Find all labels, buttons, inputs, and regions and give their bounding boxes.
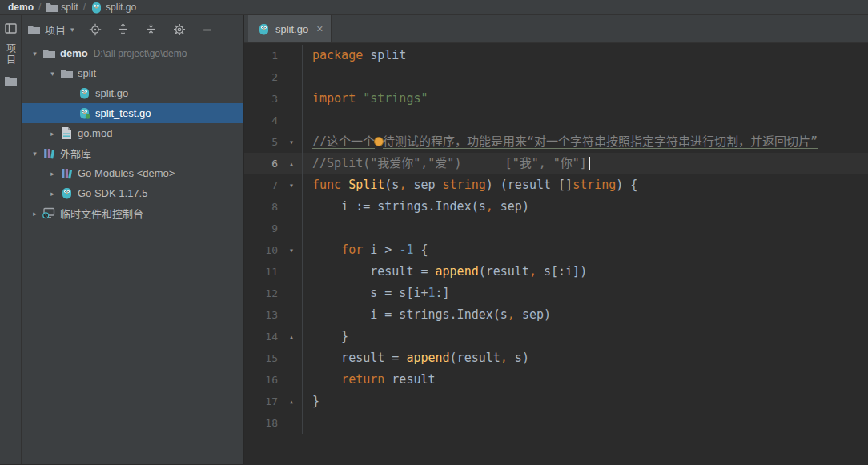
code-line-2[interactable]: 2 bbox=[244, 66, 868, 88]
tree-item-split.go[interactable]: split.go bbox=[22, 83, 243, 103]
code-segment: split bbox=[363, 48, 406, 62]
code-segment: s) bbox=[508, 351, 529, 365]
expand-all-button[interactable] bbox=[116, 22, 131, 37]
collapse-all-button[interactable] bbox=[144, 22, 159, 37]
tree-item-split[interactable]: ▾split bbox=[22, 63, 243, 83]
line-number[interactable]: 6 bbox=[244, 153, 281, 174]
line-number[interactable]: 5 bbox=[244, 131, 281, 153]
tree-item-label: split bbox=[78, 67, 96, 79]
breadcrumb: demo / split / split.go bbox=[0, 0, 868, 15]
fold-marker-icon[interactable]: ▾ bbox=[281, 131, 302, 153]
project-tool-window-button[interactable] bbox=[2, 19, 19, 37]
close-icon[interactable]: × bbox=[316, 23, 323, 34]
chevron-down-icon[interactable]: ▾ bbox=[46, 70, 59, 78]
tab-split-go[interactable]: split.go × bbox=[248, 15, 332, 42]
code-line-4[interactable]: 4 bbox=[244, 110, 868, 131]
line-number[interactable]: 15 bbox=[244, 347, 281, 369]
tree-item-demo[interactable]: ▾demoD:\all project\go\demo bbox=[22, 43, 243, 63]
tree-item-label: go.mod bbox=[78, 127, 112, 139]
code-segment: package bbox=[312, 48, 363, 62]
line-number[interactable]: 11 bbox=[244, 261, 281, 283]
tab-label: split.go bbox=[275, 23, 308, 35]
code-segment: string bbox=[573, 178, 616, 192]
tree-item-label: 外部库 bbox=[60, 146, 91, 161]
code-line-14[interactable]: 14▴ } bbox=[244, 326, 868, 347]
tree-item-split_test.go[interactable]: split_test.go bbox=[22, 103, 243, 123]
line-number[interactable]: 3 bbox=[244, 88, 281, 110]
code-editor[interactable]: 1package split23import "strings"45▾//这个一… bbox=[244, 43, 868, 464]
fold-marker-icon[interactable]: ▾ bbox=[281, 239, 302, 261]
line-number[interactable]: 17 bbox=[244, 391, 281, 412]
line-number[interactable]: 4 bbox=[244, 110, 281, 131]
code-line-11[interactable]: 11 result = append(result, s[:i]) bbox=[244, 261, 868, 283]
code-line-3[interactable]: 3import "strings" bbox=[244, 88, 868, 110]
code-line-10[interactable]: 10▾ for i > -1 { bbox=[244, 239, 868, 261]
locate-file-button[interactable] bbox=[88, 22, 102, 37]
chevron-right-icon[interactable]: ▸ bbox=[46, 170, 59, 178]
code-line-9[interactable]: 9 bbox=[244, 218, 868, 239]
code-segment: //这个一个 bbox=[312, 134, 375, 149]
code-segment: for bbox=[341, 243, 363, 257]
line-number[interactable]: 13 bbox=[244, 304, 281, 326]
code-line-16[interactable]: 16 return result bbox=[244, 369, 868, 391]
code-line-15[interactable]: 15 result = append(result, s) bbox=[244, 347, 868, 369]
breadcrumb-item-demo[interactable]: demo bbox=[8, 2, 34, 13]
fold-marker-icon[interactable]: ▴ bbox=[281, 153, 302, 174]
line-number[interactable]: 2 bbox=[244, 66, 281, 88]
line-number[interactable]: 14 bbox=[244, 326, 281, 347]
chevron-down-icon[interactable]: ▾ bbox=[28, 50, 42, 58]
project-view-selector-label: 项目 bbox=[45, 22, 66, 37]
chevron-right-icon[interactable]: ▸ bbox=[28, 210, 42, 218]
project-view-selector[interactable]: 项目 ▾ bbox=[28, 22, 74, 37]
line-number[interactable]: 7 bbox=[244, 174, 281, 196]
fold-marker-icon[interactable]: ▾ bbox=[281, 174, 302, 196]
line-number[interactable]: 18 bbox=[244, 412, 281, 434]
code-line-18[interactable]: 18 bbox=[244, 412, 868, 434]
code-text: } bbox=[302, 391, 868, 412]
code-line-5[interactable]: 5▾//这个一个待测试的程序，功能是用来“对一个字符串按照指定字符串进行切割，并… bbox=[244, 131, 868, 153]
go-file-icon bbox=[90, 2, 102, 14]
line-number[interactable]: 9 bbox=[244, 218, 281, 239]
line-number[interactable]: 1 bbox=[244, 45, 281, 66]
line-number[interactable]: 10 bbox=[244, 239, 281, 261]
code-segment: "strings" bbox=[363, 91, 428, 106]
chevron-right-icon[interactable]: ▸ bbox=[46, 130, 59, 138]
line-number[interactable]: 16 bbox=[244, 369, 281, 391]
hide-panel-button[interactable] bbox=[200, 22, 215, 37]
code-line-7[interactable]: 7▾func Split(s, sep string) (result []st… bbox=[244, 174, 868, 196]
code-line-6[interactable]: 6▴//Split("我爱你","爱") ["我", "你"] bbox=[244, 153, 868, 174]
tree-item--[interactable]: ▸临时文件和控制台 bbox=[22, 203, 243, 223]
chevron-right-icon[interactable]: ▸ bbox=[46, 190, 59, 198]
code-line-17[interactable]: 17▴} bbox=[244, 391, 868, 412]
folder-icon bbox=[28, 25, 40, 34]
code-segment: s = s[i+ bbox=[312, 286, 428, 300]
code-segment: i = strings.Index(s bbox=[312, 307, 508, 322]
code-line-1[interactable]: 1package split bbox=[244, 45, 868, 66]
fold-marker-icon[interactable]: ▴ bbox=[281, 326, 302, 347]
bookmarks-tool-window-button[interactable] bbox=[2, 72, 19, 90]
breadcrumb-separator: / bbox=[38, 2, 41, 13]
code-segment: sep) bbox=[493, 199, 529, 214]
code-line-13[interactable]: 13 i = strings.Index(s, sep) bbox=[244, 304, 868, 326]
fold-gutter bbox=[281, 196, 302, 218]
tree-item-go.mod[interactable]: ▸go.mod bbox=[22, 123, 243, 143]
tree-item-go-sdk-1.17.5[interactable]: ▸Go SDK 1.17.5 bbox=[22, 183, 243, 203]
library-icon bbox=[59, 167, 74, 179]
line-number[interactable]: 12 bbox=[244, 283, 281, 304]
breadcrumb-item-split-go[interactable]: split.go bbox=[90, 2, 136, 14]
code-segment: , bbox=[486, 199, 493, 214]
breadcrumb-item-split[interactable]: split bbox=[46, 2, 78, 13]
fold-gutter bbox=[281, 347, 302, 369]
code-line-8[interactable]: 8 i := strings.Index(s, sep) bbox=[244, 196, 868, 218]
settings-button[interactable] bbox=[172, 22, 187, 37]
code-segment: return bbox=[341, 372, 384, 387]
tree-item--[interactable]: ▾外部库 bbox=[22, 143, 243, 163]
fold-gutter bbox=[281, 218, 302, 239]
project-stripe-label[interactable]: 项目 bbox=[4, 43, 18, 66]
tree-item-go-modules-demo-[interactable]: ▸Go Modules <demo> bbox=[22, 163, 243, 183]
fold-marker-icon[interactable]: ▴ bbox=[281, 391, 302, 412]
code-line-12[interactable]: 12 s = s[i+1:] bbox=[244, 283, 868, 304]
line-number[interactable]: 8 bbox=[244, 196, 281, 218]
crosshair-icon bbox=[89, 23, 102, 36]
chevron-down-icon[interactable]: ▾ bbox=[28, 150, 42, 158]
